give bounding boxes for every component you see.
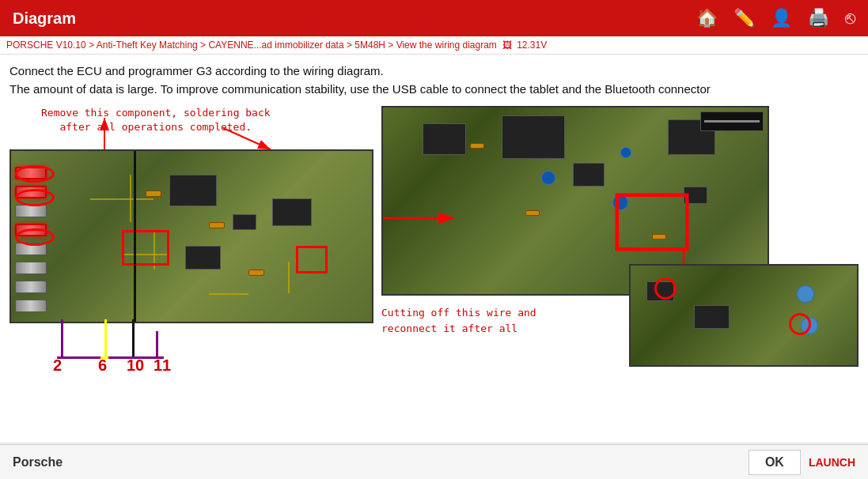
right-diagrams: Cutting off this wire and reconnect it a…	[381, 106, 859, 375]
right-bottom-circuit	[629, 264, 859, 367]
wire-purple	[61, 319, 63, 359]
voltage-display: 12.31V	[517, 40, 547, 51]
diagram-area: Remove this component, soldering back af…	[9, 106, 859, 375]
wire-h-purple	[57, 356, 164, 359]
description-text: Connect the ECU and programmer G3 accord…	[9, 62, 859, 98]
wire-purple2	[156, 331, 158, 359]
breadcrumb-text: PORSCHE V10.10 > Anti-Theft Key Matching…	[6, 40, 497, 51]
ok-button[interactable]: OK	[749, 450, 801, 475]
pin-connector	[15, 300, 47, 312]
pin-2: 2	[53, 356, 62, 375]
highlight-rect	[122, 230, 169, 266]
user-icon[interactable]: 👤	[771, 8, 792, 28]
pin-connector	[15, 281, 47, 293]
highlight-circle	[15, 228, 55, 246]
left-annotation-label: Remove this component, soldering back af…	[41, 106, 271, 134]
logout-icon[interactable]: ⎋	[845, 8, 855, 28]
app-title: Diagram	[13, 9, 696, 28]
wire-black	[132, 319, 135, 359]
highlight-circle	[15, 165, 55, 183]
print-icon[interactable]: 🖨️	[808, 8, 829, 28]
left-diagram: Remove this component, soldering back af…	[9, 106, 373, 375]
pin-10: 10	[127, 356, 144, 375]
breadcrumb: PORSCHE V10.10 > Anti-Theft Key Matching…	[0, 36, 868, 55]
pin-connector	[15, 262, 47, 274]
footer-right: OK LAUNCH	[749, 450, 855, 475]
home-icon[interactable]: 🏠	[696, 8, 718, 28]
circuit-board-left	[9, 149, 373, 323]
header-bar: Diagram 🏠 ✏️ 👤 🖨️ ⎋	[0, 0, 868, 36]
wire-yellow	[104, 319, 107, 359]
pin-11: 11	[154, 356, 171, 375]
pin-connector	[15, 205, 47, 217]
ic-chip	[700, 111, 764, 131]
highlight-rect	[296, 246, 328, 273]
description-line1: Connect the ECU and programmer G3 accord…	[9, 64, 384, 77]
footer: Porsche OK LAUNCH	[0, 444, 868, 479]
description-line2: The amount of data is large. To improve …	[9, 82, 711, 96]
highlight-circle	[789, 313, 811, 335]
main-content: Connect the ECU and programmer G3 accord…	[0, 55, 868, 442]
cutting-label: Cutting off this wire and reconnect it a…	[381, 305, 536, 336]
highlight-circle	[15, 189, 55, 206]
launch-label: LAUNCH	[809, 456, 855, 469]
pin-6: 6	[98, 356, 107, 375]
highlight-circle	[654, 277, 677, 300]
highlight-rect-right	[616, 194, 688, 250]
header-icons: 🏠 ✏️ 👤 🖨️ ⎋	[696, 8, 855, 28]
edit-icon[interactable]: ✏️	[733, 8, 755, 28]
brand-label: Porsche	[13, 455, 63, 470]
black-wire-line	[134, 151, 136, 323]
